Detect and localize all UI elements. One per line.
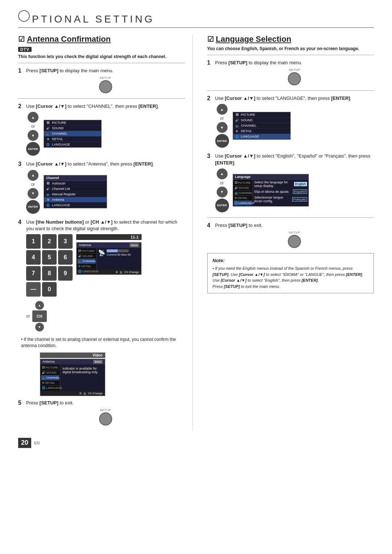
checkmark-icon: ☑: [18, 35, 25, 44]
step-5-text: Press [SETUP] to exit.: [26, 400, 185, 406]
left-section-title: ☑ Antenna Confirmation: [18, 34, 185, 44]
right-setup-label-4: SETUP: [289, 231, 300, 234]
step-1-content: Press [SETUP] to display the main menu. …: [26, 68, 185, 93]
step-2-text: Use [Cursor ▲/▼] to select "CHANNEL", th…: [26, 103, 185, 110]
right-detail-icon: ⚙: [234, 130, 240, 133]
lang-option-english: Select the language for setup display. E…: [253, 180, 309, 189]
note-box: Note: • If you need the English menus in…: [207, 253, 374, 294]
antenna-mock: Antenna Back 🖼PICTURE 🔊SOUND 📺CHANNEL: [76, 242, 142, 275]
channel-menu-mock: Channel 🖼 Autoscan 🔊 Channel List 📺: [44, 175, 107, 208]
picture-icon: 🖼: [45, 121, 50, 125]
down-arrow-btn-3: ▼: [28, 188, 38, 199]
right-picture-icon: 🖼: [234, 113, 240, 117]
menu-row-sound: 🔊 SOUND: [44, 126, 101, 131]
num-btn-5: 5: [42, 250, 57, 265]
right-menu-mock-2: 🖼 PICTURE 🔊 SOUND 📺 CHANNEL: [233, 112, 291, 140]
video-badge: Video: [40, 353, 105, 358]
right-setup-group-1: SETUP: [215, 68, 374, 85]
right-sound-icon: 🔊: [234, 119, 240, 122]
channel-menu-language: 🌐 LANGUAGE: [44, 203, 107, 208]
step-2-illustration: ▲ or ▼ ENTER 🖼 PICTURE 🔊: [26, 112, 185, 156]
channel-icon-ch: 📺: [45, 193, 50, 196]
num-btn-9: 9: [58, 266, 73, 281]
lang-menu-header: Language: [233, 174, 309, 180]
step-number-2: 2: [18, 103, 21, 110]
num-btn-dash: —: [26, 282, 41, 297]
left-column: ☑ Antenna Confirmation DTV This function…: [18, 34, 193, 431]
step-3-text: Use [Cursor ▲/▼] to select "Antenna", th…: [26, 161, 185, 167]
right-column: ☑ Language Selection You can choose Engl…: [204, 34, 374, 431]
right-step-number-3: 3: [207, 153, 211, 159]
step-number-5: 5: [18, 400, 21, 406]
setup-group-5: SETUP: [26, 408, 185, 425]
antenna-content: 📡 Current:50 Max 50: [97, 248, 141, 270]
menu-row-detail: ⚙ DETAIL: [44, 137, 101, 142]
step-3-illustration: ▲ or ▼ ENTER Channel 🖼 Autoscan: [26, 170, 185, 214]
left-step-4: 4 Use [the Number buttons] or [CH ▲/▼] t…: [18, 219, 185, 331]
header-circle-icon: [18, 10, 30, 22]
lang-option-francais: Sélectionner langue écran config. França…: [253, 195, 309, 204]
video-mock: Antenna Back 🖼PICTURE 🔊SOUND 📺CHANNEL ⚙D…: [40, 359, 105, 396]
right-step-1: 1 Press [SETUP] to display the main menu…: [207, 60, 374, 85]
right-menu-detail: ⚙ DETAIL: [233, 129, 290, 134]
right-subtitle: You can choose English, Spanish, or Fren…: [207, 46, 374, 51]
setup-label-5: SETUP: [100, 408, 111, 412]
right-step-2-text: Use [Cursor ▲/▼] to select "LANGUAGE", t…: [215, 95, 374, 102]
language-icon-ch: 🌐: [45, 204, 50, 207]
right-or-3: or: [220, 180, 224, 186]
antenna-header: Antenna Back: [77, 243, 141, 248]
right-channel-icon: 📺: [234, 124, 240, 127]
setup-circle-1: [99, 80, 112, 93]
right-step-2: 2 Use [Cursor ▲/▼] to select "LANGUAGE",…: [207, 95, 374, 148]
ch-btn: CH: [32, 310, 47, 322]
or-label-2: or: [31, 124, 35, 129]
main-columns: ☑ Antenna Confirmation DTV This function…: [18, 34, 374, 431]
channel-menu-autoscan: 🖼 Autoscan: [44, 181, 107, 186]
up-arrow-btn-3: ▲: [28, 170, 38, 181]
right-setup-group-4: SETUP: [215, 231, 374, 248]
num-btn-8: 8: [42, 266, 57, 281]
num-btn-3: 3: [58, 234, 73, 249]
menu-row-picture: 🖼 PICTURE: [44, 120, 101, 126]
right-step-1-content: Press [SETUP] to display the main menu. …: [215, 60, 374, 85]
right-step-number-2: 2: [207, 95, 211, 102]
page-title: PTIONAL SETTING: [32, 13, 155, 25]
num-btn-0: 0: [42, 282, 57, 297]
channel-menu-header: Channel: [44, 175, 107, 181]
down-arrow-btn: ▼: [28, 130, 38, 141]
video-back-btn: Back: [93, 360, 103, 364]
right-menu-picture: 🖼 PICTURE: [233, 112, 290, 118]
bullet-note: • If the channel is set to analog channe…: [21, 337, 185, 349]
right-step-4: 4 Press [SETUP] to exit. SETUP: [207, 222, 374, 248]
detail-icon: ⚙: [45, 138, 50, 141]
setup-group-1: SETUP: [26, 76, 185, 93]
step-4-text: Use [the Number buttons] or [CH ▲/▼] to …: [26, 219, 185, 232]
channel-menu-channellist: 🔊 Channel List: [44, 186, 107, 192]
left-step-3: 3 Use [Cursor ▲/▼] to select "Antenna", …: [18, 161, 185, 213]
note-title: Note:: [213, 257, 369, 264]
sound-icon-ch: 🔊: [45, 187, 50, 191]
right-step-3-illustration: ▲ or ▼ ENTER Language 🖼PICTURE 🔊SOU: [215, 168, 374, 212]
right-step-2-illustration: ▲ or ▼ ENTER 🖼 PICTURE 🔊: [215, 104, 374, 148]
checkmark-icon-right: ☑: [207, 35, 214, 44]
right-step-4-content: Press [SETUP] to exit. SETUP: [215, 222, 374, 248]
or-label-3: or: [31, 182, 35, 187]
menu-row-language: 🌐 LANGUAGE: [44, 142, 101, 147]
page-number: 20: [18, 438, 31, 448]
right-setup-circle-1: [288, 72, 301, 85]
right-setup-circle-4: [288, 235, 301, 248]
page-header: PTIONAL SETTING: [18, 11, 374, 28]
right-step-number-1: 1: [207, 60, 211, 66]
right-step-1-text: Press [SETUP] to display the main menu.: [215, 60, 374, 66]
num-btn-7: 7: [26, 266, 41, 281]
video-message: Indicator is available for digital broad…: [60, 364, 105, 391]
step-1-text: Press [SETUP] to display the main menu.: [26, 68, 185, 74]
detail-icon-ch: ⚙: [45, 198, 50, 201]
channel-icon: 📺: [45, 132, 50, 135]
right-up-arrow-3: ▲: [217, 168, 228, 179]
right-enter-2: ENTER: [215, 134, 229, 148]
step-number-4: 4: [18, 219, 21, 225]
left-step-1: 1 Press [SETUP] to display the main menu…: [18, 68, 185, 93]
enter-btn: ENTER: [26, 142, 40, 156]
enter-btn-3: ENTER: [26, 200, 40, 214]
